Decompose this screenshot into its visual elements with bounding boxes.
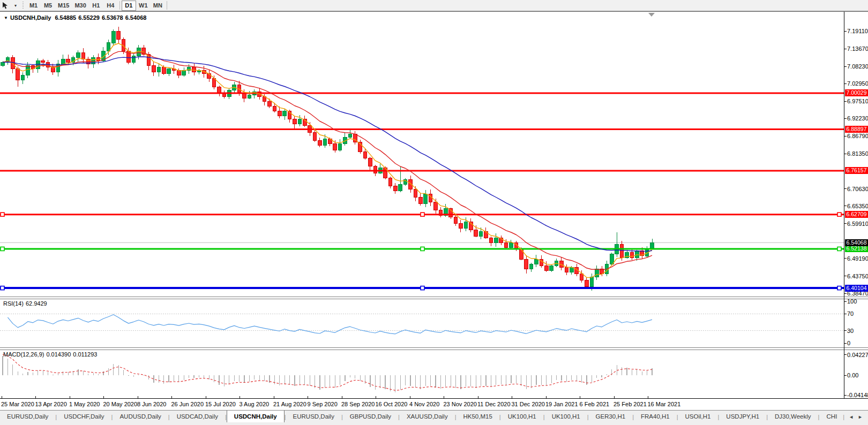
- date-axis-label: 11 Dec 2020: [477, 401, 511, 407]
- line-handle[interactable]: [837, 286, 841, 290]
- current-price-label: 6.54068: [845, 239, 868, 246]
- chart-tabs: EURUSD,Daily|USDCHF,Daily|AUDUSD,Daily|U…: [0, 411, 837, 423]
- toolbar: ▾ M1M5M15M30H1H4D1W1MN: [0, 0, 868, 11]
- date-axis-label: 3 Aug 2020: [240, 401, 270, 407]
- chart-tab-eurusd-daily[interactable]: EURUSD,Daily: [0, 411, 55, 422]
- cursor-tool-dropdown[interactable]: ▾: [11, 1, 20, 11]
- timeframe-button-mn[interactable]: MN: [151, 1, 165, 11]
- date-axis-label: 9 Sep 2020: [308, 401, 338, 407]
- chart-tab-uk100-h1[interactable]: UK100,H1: [501, 411, 543, 422]
- timeframe-button-d1[interactable]: D1: [122, 1, 136, 11]
- line-handle[interactable]: [1, 247, 4, 251]
- chart-tab-usdchf-daily[interactable]: USDCHF,Daily: [57, 411, 111, 422]
- chart-tab-dj30-weekly[interactable]: DJ30,Weekly: [768, 411, 818, 422]
- toolbar-separator: [167, 1, 167, 10]
- window-bottom-strip: [0, 423, 868, 425]
- chart-tab-hk50-m15[interactable]: HK50,M15: [457, 411, 499, 422]
- rsi-line: [8, 315, 652, 334]
- price-axis-tick: 6.49190: [847, 255, 868, 262]
- date-axis-label: 6 Feb 2021: [580, 401, 610, 407]
- price-axis-tick: 6.70630: [847, 186, 868, 193]
- candlesticks[interactable]: [1, 27, 654, 290]
- macd-main-value: 0.014390: [46, 351, 71, 358]
- level-price-label: 6.40104: [845, 285, 868, 292]
- chart-tab-eurusd-daily[interactable]: EURUSD,Daily: [286, 411, 341, 422]
- chart-tab-usdcad-daily[interactable]: USDCAD,Daily: [170, 411, 225, 422]
- price-axis-tick: 6.97510: [847, 98, 868, 105]
- chart-tab-usoil-h1[interactable]: USOil,H1: [678, 411, 718, 422]
- timeframe-button-m1[interactable]: M1: [26, 1, 41, 11]
- chart-tab-ger30-h1[interactable]: GER30,H1: [589, 411, 633, 422]
- price-axis-tick: 6.92230: [847, 115, 868, 122]
- level-price-label: 7.00029: [845, 89, 868, 96]
- level-price-label: 6.62709: [845, 211, 868, 218]
- date-axis-label: 4 Nov 2020: [409, 401, 439, 407]
- toolbar-grip-handle[interactable]: [21, 2, 24, 10]
- axis-frame: [2, 12, 847, 399]
- chart-dropdown-icon[interactable]: ▼: [4, 16, 8, 20]
- chart-tab-china300-h1[interactable]: CHINA300,H1: [819, 411, 837, 422]
- line-handle[interactable]: [421, 212, 424, 216]
- chart-tab-usdjpy-h1[interactable]: USDJPY,H1: [719, 411, 766, 422]
- price-chart-svg[interactable]: [0, 12, 868, 399]
- chevron-down-icon: ▾: [13, 3, 18, 8]
- line-handle[interactable]: [421, 286, 424, 290]
- price-axis-tick: 6.65350: [847, 203, 868, 210]
- ohlc-close: 6.54068: [125, 14, 147, 21]
- chart-tab-usdcnh-daily[interactable]: USDCNH,Daily: [227, 411, 285, 422]
- chart-shift-marker-icon[interactable]: [648, 13, 655, 17]
- chart-tab-gbpusd-daily[interactable]: GBPUSD,Daily: [343, 411, 398, 422]
- rsi-name: RSI(14): [3, 300, 24, 307]
- date-axis-label: 21 Aug 2020: [273, 401, 306, 407]
- chart-canvas[interactable]: ▼USDCNH,Daily 6.548856.552296.536786.540…: [0, 11, 868, 398]
- timeframe-button-m30[interactable]: M30: [72, 1, 88, 11]
- macd-signal-value: 0.011293: [73, 351, 97, 358]
- date-axis-label: 23 Nov 2020: [444, 401, 477, 407]
- rsi-value: 62.9429: [26, 300, 47, 307]
- chart-tab-fra40-h1[interactable]: FRA40,H1: [634, 411, 677, 422]
- ma-medium-line: [3, 51, 652, 270]
- line-handle[interactable]: [837, 247, 841, 251]
- date-axis-label: 26 Jun 2020: [171, 401, 204, 407]
- chart-tab-audusd-daily[interactable]: AUDUSD,Daily: [113, 411, 168, 422]
- chart-tab-uk100-h1[interactable]: UK100,H1: [545, 411, 587, 422]
- timeframe-button-w1[interactable]: W1: [136, 1, 151, 11]
- tab-scroll-right-icon[interactable]: ►: [858, 414, 863, 420]
- cursor-arrow-icon: [2, 2, 9, 9]
- date-axis-label: 16 Mar 2021: [648, 401, 681, 407]
- price-axis-tick: 6.59910: [847, 221, 868, 227]
- pane-separator[interactable]: [0, 347, 868, 350]
- date-axis[interactable]: 25 Mar 202013 Apr 20201 May 202020 May 2…: [0, 398, 868, 410]
- line-handle[interactable]: [1, 286, 4, 290]
- date-axis-label: 28 Sep 2020: [341, 401, 375, 407]
- date-axis-label: 25 Feb 2021: [613, 401, 647, 407]
- chart-tab-xauusd-daily[interactable]: XAUUSD,Daily: [400, 411, 455, 422]
- price-axis-tick: 7.19110: [847, 28, 868, 35]
- line-handle[interactable]: [837, 212, 841, 216]
- date-axis-label: 13 Apr 2020: [35, 401, 67, 407]
- timeframe-button-m15[interactable]: M15: [55, 1, 72, 11]
- timeframe-button-m5[interactable]: M5: [41, 1, 55, 11]
- timeframe-button-h1[interactable]: H1: [89, 1, 103, 11]
- level-price-label: 6.76157: [845, 167, 868, 174]
- level-price-label: 6.88897: [845, 126, 868, 133]
- tab-scroll-controls: | ◄ ►: [837, 411, 868, 423]
- line-handle[interactable]: [421, 247, 424, 251]
- chart-title: ▼USDCNH,Daily 6.548856.552296.536786.540…: [4, 14, 148, 21]
- timeframe-buttons: M1M5M15M30H1H4D1W1MN: [26, 1, 169, 11]
- date-axis-label: 16 Oct 2020: [376, 401, 408, 407]
- date-axis-label: 25 Mar 2020: [1, 401, 34, 407]
- macd-histogram: [3, 356, 652, 392]
- cursor-tool-button[interactable]: [0, 1, 11, 11]
- price-axis-tick: 7.02950: [847, 80, 868, 87]
- ma-slow-line: [3, 57, 652, 251]
- date-axis-label: 20 May 2020: [103, 401, 138, 407]
- timeframe-button-h4[interactable]: H4: [103, 1, 118, 11]
- pane-separator[interactable]: [0, 297, 868, 299]
- level-price-label: 6.52138: [845, 245, 868, 252]
- line-handle[interactable]: [1, 212, 4, 216]
- rsi-indicator-label: RSI(14)62.9429: [3, 300, 49, 307]
- tab-scroll-left-icon[interactable]: ◄: [849, 414, 854, 420]
- price-axis-tick: 6.43750: [847, 273, 868, 280]
- date-axis-label: 1 May 2020: [69, 401, 100, 407]
